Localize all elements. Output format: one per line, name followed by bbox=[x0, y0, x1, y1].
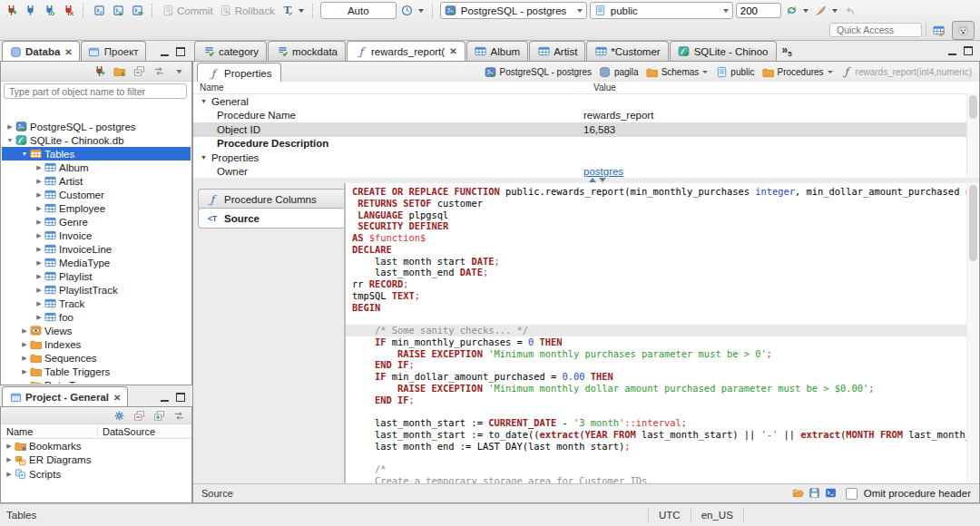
gear-button[interactable] bbox=[113, 410, 125, 422]
chevron-right-icon[interactable]: ▶ bbox=[34, 219, 44, 226]
grid-column-value[interactable]: Value bbox=[590, 83, 979, 93]
minimize-icon[interactable] bbox=[948, 47, 956, 55]
chevron-right-icon[interactable]: ▶ bbox=[34, 314, 44, 321]
close-icon[interactable]: ✕ bbox=[64, 47, 72, 57]
perspective-general-button[interactable] bbox=[927, 21, 950, 40]
collapse-all-button[interactable] bbox=[132, 410, 145, 422]
chevron-right-icon[interactable]: ▶ bbox=[34, 164, 44, 171]
database-tree-item[interactable]: ▶Employee bbox=[2, 201, 191, 215]
navigator-tab[interactable]: Databa✕ bbox=[2, 41, 80, 62]
grid-column-name[interactable]: Name bbox=[193, 83, 590, 93]
minimize-icon[interactable] bbox=[161, 48, 169, 56]
plug-plus-button[interactable]: + bbox=[93, 65, 105, 77]
project-tree-item[interactable]: ▶Scripts bbox=[1, 467, 191, 482]
active-connection-combo[interactable]: PostgreSQL - postgres bbox=[440, 2, 587, 19]
view-menu-button[interactable] bbox=[172, 65, 185, 77]
maximize-icon[interactable] bbox=[176, 47, 185, 56]
navigator-tab[interactable]: Проект bbox=[81, 41, 146, 62]
property-row[interactable]: ▼General bbox=[193, 94, 979, 109]
disconnect-button[interactable]: × bbox=[60, 3, 76, 18]
database-tree-item[interactable]: ▶InvoiceLine bbox=[2, 242, 191, 256]
chevron-down-icon[interactable]: ▼ bbox=[20, 151, 29, 157]
chevron-right-icon[interactable]: ▶ bbox=[34, 259, 44, 267]
property-row[interactable]: ▼Properties bbox=[193, 151, 979, 165]
database-tree-item[interactable]: ▶PlaylistTrack bbox=[2, 283, 191, 297]
minimize-icon[interactable] bbox=[161, 394, 169, 402]
close-icon[interactable]: ✕ bbox=[449, 46, 456, 56]
breadcrumb-item[interactable]: pagila bbox=[595, 66, 642, 78]
maximize-icon[interactable] bbox=[964, 46, 973, 55]
chevron-right-icon[interactable]: ▶ bbox=[5, 456, 14, 463]
new-connection-button[interactable]: + bbox=[3, 3, 19, 18]
chevron-right-icon[interactable]: ▶ bbox=[34, 273, 44, 280]
omit-procedure-header-checkbox[interactable] bbox=[846, 488, 858, 500]
undo-button[interactable] bbox=[842, 3, 858, 18]
chevron-right-icon[interactable]: ▶ bbox=[5, 471, 14, 478]
grid-scrollbar[interactable] bbox=[966, 93, 979, 178]
database-tree-item[interactable]: ▶Artist bbox=[2, 174, 191, 188]
console-button[interactable] bbox=[823, 486, 839, 501]
chevron-right-icon[interactable]: ▶ bbox=[20, 341, 29, 348]
project-tree-item[interactable]: ▶ER Diagrams bbox=[1, 453, 191, 468]
query-history-button[interactable] bbox=[399, 3, 426, 18]
database-tree-item[interactable]: ▶PostgreSQL - postgres bbox=[2, 120, 191, 133]
database-tree-item[interactable]: ▼Tables bbox=[2, 147, 191, 161]
chevron-right-icon[interactable]: ▶ bbox=[34, 246, 44, 253]
chevron-right-icon[interactable]: ▶ bbox=[34, 205, 44, 212]
transaction-mode-combo[interactable]: Auto bbox=[320, 2, 397, 19]
chevron-right-icon[interactable]: ▶ bbox=[34, 178, 44, 185]
chevron-right-icon[interactable]: ▶ bbox=[34, 287, 44, 294]
link-button[interactable] bbox=[152, 65, 165, 77]
database-tree-item[interactable]: ▶Invoice bbox=[2, 229, 191, 242]
transaction-log-button[interactable]: T bbox=[279, 3, 306, 18]
editor-tab[interactable]: mockdata bbox=[268, 41, 346, 61]
breadcrumb-item[interactable]: Schemas bbox=[642, 66, 712, 78]
active-schema-combo[interactable]: public bbox=[590, 2, 733, 19]
folder-plus-button[interactable]: + bbox=[113, 65, 125, 77]
commit-button[interactable]: Commit bbox=[160, 3, 215, 18]
chevron-right-icon[interactable]: ▶ bbox=[5, 123, 15, 131]
property-row[interactable]: Procedure Namerewards_report bbox=[193, 109, 979, 123]
collapse-all-button[interactable] bbox=[132, 65, 145, 77]
owner-link[interactable]: postgres bbox=[583, 166, 623, 177]
link-button[interactable] bbox=[172, 410, 185, 422]
side-tab-procedure-columns[interactable]: ƒProcedure Columns bbox=[198, 189, 344, 209]
chevron-right-icon[interactable]: ▶ bbox=[5, 443, 14, 450]
chevron-down-icon[interactable]: ▼ bbox=[5, 137, 15, 143]
editor-tab[interactable]: Artist bbox=[529, 41, 585, 61]
format-button[interactable] bbox=[813, 3, 839, 18]
project-tab[interactable]: Project - General✕ bbox=[2, 386, 128, 407]
quick-access-input[interactable] bbox=[829, 23, 922, 37]
project-tree-item[interactable]: ▶★Bookmarks bbox=[1, 439, 191, 453]
editor-tab[interactable]: category bbox=[194, 41, 267, 61]
database-tree-item[interactable]: ▶Playlist bbox=[2, 269, 191, 283]
expand-all-button[interactable] bbox=[152, 410, 165, 422]
splitter-handle-icon[interactable] bbox=[589, 178, 606, 182]
folder-open-button[interactable] bbox=[790, 486, 807, 501]
breadcrumb-item[interactable]: Procedures bbox=[758, 66, 836, 78]
object-filter-input[interactable] bbox=[4, 83, 187, 99]
side-tab-source[interactable]: <TSource bbox=[198, 208, 344, 229]
database-tree-item[interactable]: ▶Indexes bbox=[2, 337, 191, 351]
reconnect-button[interactable] bbox=[41, 3, 57, 18]
chevron-right-icon[interactable]: ▶ bbox=[20, 368, 29, 375]
maximize-icon[interactable] bbox=[176, 393, 185, 402]
source-scrollbar[interactable] bbox=[966, 183, 979, 484]
editor-tab[interactable]: SQLite - Chinoo bbox=[670, 41, 777, 61]
column-header-name[interactable]: Name bbox=[1, 426, 97, 437]
database-tree-item[interactable]: ▶Data Types bbox=[2, 378, 191, 384]
database-tree-item[interactable]: ▶MediaType bbox=[2, 256, 191, 269]
source-editor[interactable]: CREATE OR REPLACE FUNCTION public.reward… bbox=[346, 183, 979, 484]
tab-overflow-button[interactable]: »5 bbox=[782, 44, 792, 58]
save-button[interactable] bbox=[807, 486, 823, 501]
database-tree-item[interactable]: ▶Album bbox=[2, 161, 191, 174]
property-row[interactable]: Ownerpostgres bbox=[193, 165, 979, 179]
chevron-down-icon[interactable]: ▼ bbox=[201, 98, 207, 104]
database-tree-item[interactable]: ▶Table Triggers bbox=[2, 365, 191, 378]
chevron-right-icon[interactable]: ▶ bbox=[20, 355, 29, 362]
editor-tab[interactable]: *Customer bbox=[586, 41, 668, 61]
chevron-down-icon[interactable]: ▼ bbox=[201, 154, 207, 161]
rollback-button[interactable]: Rollback bbox=[218, 3, 277, 18]
database-tree-item[interactable]: ▶Customer bbox=[2, 188, 191, 201]
property-row[interactable]: Procedure Description bbox=[193, 137, 979, 151]
